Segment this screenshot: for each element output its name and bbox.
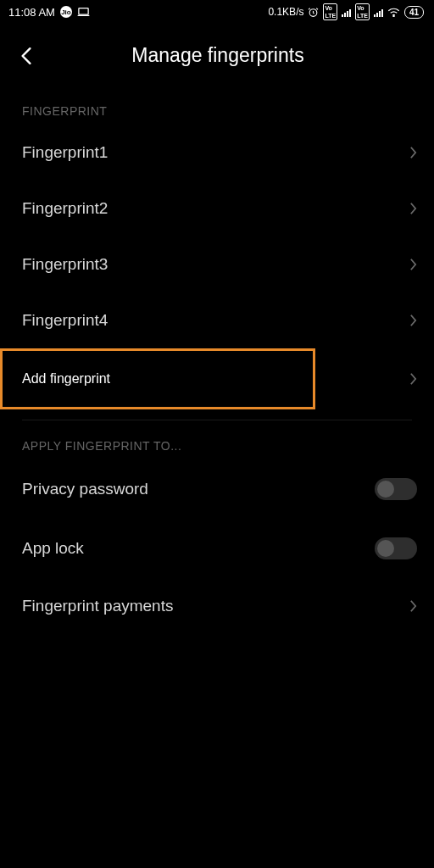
fingerprint-item-3[interactable]: Fingerprint3: [0, 236, 434, 292]
back-button[interactable]: [17, 47, 36, 65]
svg-point-2: [393, 15, 394, 16]
chevron-right-icon: [409, 599, 417, 613]
section-header-fingerprint: FINGERPRINT: [0, 86, 434, 125]
alarm-icon: [308, 7, 319, 18]
volte-icon-2: VoLTE: [355, 3, 370, 20]
page-header: Manage fingerprints: [0, 22, 434, 86]
wifi-icon: [387, 7, 400, 17]
chevron-right-icon: [409, 258, 417, 271]
battery-icon: 41: [404, 6, 424, 19]
fingerprint-label: Fingerprint3: [22, 255, 108, 274]
status-right: 0.1KB/s VoLTE VoLTE 41: [268, 3, 424, 20]
status-time: 11:08 AM: [8, 6, 55, 19]
fingerprint-item-2[interactable]: Fingerprint2: [0, 181, 434, 236]
signal-icon-1: [342, 8, 351, 17]
carrier-icon: Jio: [60, 6, 72, 18]
signal-icon-2: [374, 8, 383, 17]
app-lock-toggle[interactable]: [375, 537, 417, 559]
laptop-icon: [77, 7, 90, 17]
fingerprint-payments-label: Fingerprint payments: [22, 597, 173, 615]
fingerprint-item-4[interactable]: Fingerprint4: [0, 292, 434, 348]
fingerprint-payments-row[interactable]: Fingerprint payments: [0, 578, 434, 634]
data-speed: 0.1KB/s: [268, 6, 303, 18]
privacy-password-toggle[interactable]: [375, 478, 417, 500]
chevron-right-icon: [409, 372, 417, 386]
fingerprint-label: Fingerprint4: [22, 311, 108, 330]
privacy-password-row[interactable]: Privacy password: [0, 459, 434, 519]
app-lock-row[interactable]: App lock: [0, 519, 434, 578]
fingerprint-label: Fingerprint2: [22, 199, 108, 218]
status-left: 11:08 AM Jio: [8, 6, 90, 19]
chevron-right-icon: [409, 146, 417, 159]
fingerprint-item-1[interactable]: Fingerprint1: [0, 125, 434, 181]
status-bar: 11:08 AM Jio 0.1KB/s VoLTE VoLTE 41: [0, 0, 434, 22]
highlight-box: Add fingerprint: [0, 348, 315, 409]
chevron-right-icon: [409, 314, 417, 327]
fingerprint-label: Fingerprint1: [22, 143, 108, 162]
add-fingerprint-label: Add fingerprint: [3, 371, 110, 387]
app-lock-label: App lock: [22, 539, 84, 558]
page-title: Manage fingerprints: [58, 44, 378, 67]
volte-icon-1: VoLTE: [323, 3, 337, 20]
svg-rect-0: [79, 8, 88, 15]
chevron-right-icon: [409, 202, 417, 215]
privacy-password-label: Privacy password: [22, 480, 148, 498]
add-fingerprint-row[interactable]: Add fingerprint: [0, 348, 434, 409]
section-header-apply: APPLY FINGERPRINT TO...: [0, 420, 434, 459]
